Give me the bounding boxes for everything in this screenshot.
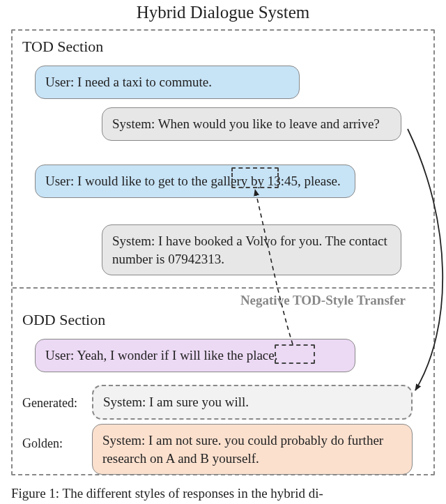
odd-user-turn-1: User: Yeah, I wonder if I will like the … [35,339,355,372]
outer-panel: TOD Section User: I need a taxi to commu… [11,29,435,475]
tod-user-turn-2: User: I would like to get to the gallery… [35,165,355,198]
tod-system-turn-2: System: I have booked a Volvo for you. T… [102,224,401,275]
odd-generated-response: System: I am sure you will. [92,385,413,420]
odd-section-label: ODD Section [22,311,105,329]
odd-golden-response: System: I am not sure. you could probabl… [92,424,413,475]
negative-transfer-label: Negative TOD-Style Transfer [240,293,406,308]
generated-label: Generated: [22,396,77,411]
section-divider [13,287,433,289]
diagram-title: Hybrid Dialogue System [0,3,446,22]
tod-user-turn-1: User: I need a taxi to commute. [35,66,300,99]
figure-caption: Figure 1: The different styles of respon… [11,486,435,501]
tod-system-turn-1: System: When would you like to leave and… [102,107,401,141]
tod-section-label: TOD Section [22,38,103,56]
diagram-stage: Hybrid Dialogue System TOD Section User:… [0,0,446,504]
golden-label: Golden: [22,436,63,451]
